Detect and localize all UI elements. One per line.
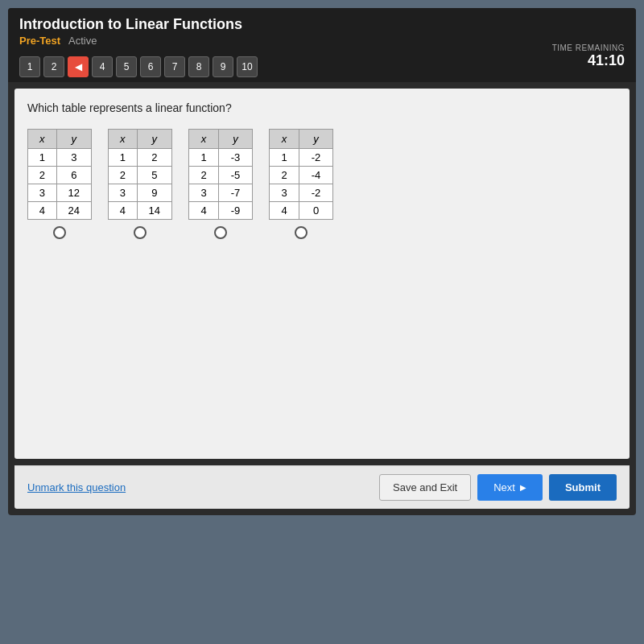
nav-btn-6[interactable]: 6 <box>140 56 161 77</box>
nav-btn-2[interactable]: 2 <box>43 56 64 77</box>
submit-button[interactable]: Submit <box>549 474 617 501</box>
nav-btn-10[interactable]: 10 <box>237 56 258 77</box>
table-row: 4-9 <box>189 202 253 220</box>
radio-d[interactable] <box>295 226 308 239</box>
table-b-header-x: x <box>109 130 138 149</box>
status-badge: Active <box>68 35 97 47</box>
table-d: x y 1-2 2-4 3-2 40 <box>269 129 333 220</box>
nav-btn-9[interactable]: 9 <box>213 56 233 77</box>
table-option-c: x y 1-3 2-5 3-7 4-9 <box>188 129 253 239</box>
tables-row: x y 13 26 312 424 <box>27 129 617 239</box>
table-option-b: x y 12 25 39 414 <box>108 129 172 239</box>
pre-test-label: Pre-Test <box>19 35 60 47</box>
table-row: 2-4 <box>270 167 333 184</box>
table-d-header-y: y <box>299 130 333 149</box>
save-exit-button[interactable]: Save and Exit <box>379 474 471 501</box>
table-option-d: x y 1-2 2-4 3-2 40 <box>269 129 333 239</box>
next-button[interactable]: Next <box>477 474 543 501</box>
table-d-header-x: x <box>270 130 299 149</box>
table-row: 312 <box>28 184 92 202</box>
radio-a[interactable] <box>53 226 66 239</box>
main-content: Which table represents a linear function… <box>14 89 630 459</box>
nav-btn-8[interactable]: 8 <box>188 56 209 77</box>
table-c-header-x: x <box>189 130 219 149</box>
table-row: 2-5 <box>189 167 253 184</box>
nav-btn-1[interactable]: 1 <box>19 56 40 77</box>
bottom-bar: Unmark this question Save and Exit Next … <box>14 465 630 509</box>
table-row: 26 <box>28 167 92 184</box>
table-row: 40 <box>270 202 333 220</box>
table-c: x y 1-3 2-5 3-7 4-9 <box>188 129 253 220</box>
question-nav: 1 2 ◀ 4 5 6 7 8 9 10 <box>19 56 258 77</box>
page-title: Introduction to Linear Functions <box>19 16 625 33</box>
question-text: Which table represents a linear function… <box>27 101 617 114</box>
table-row: 1-2 <box>270 149 333 167</box>
table-a-header-x: x <box>28 130 57 149</box>
header: Introduction to Linear Functions Pre-Tes… <box>8 8 636 82</box>
table-row: 414 <box>109 202 172 220</box>
nav-btn-5[interactable]: 5 <box>116 56 137 77</box>
table-option-a: x y 13 26 312 424 <box>27 129 92 239</box>
table-b: x y 12 25 39 414 <box>108 129 172 220</box>
table-row: 3-2 <box>270 184 333 202</box>
timer-value: 41:10 <box>552 52 625 69</box>
table-row: 13 <box>28 149 92 167</box>
table-a: x y 13 26 312 424 <box>27 129 92 220</box>
bottom-buttons: Save and Exit Next Submit <box>379 474 617 501</box>
table-row: 3-7 <box>189 184 253 202</box>
nav-btn-7[interactable]: 7 <box>164 56 185 77</box>
radio-b[interactable] <box>134 226 147 239</box>
table-row: 25 <box>109 167 172 184</box>
table-row: 424 <box>28 202 92 220</box>
table-row: 12 <box>109 149 172 167</box>
table-a-header-y: y <box>56 130 92 149</box>
table-b-header-y: y <box>137 130 172 149</box>
nav-btn-4[interactable]: 4 <box>92 56 113 77</box>
timer-label: TIME REMAINING <box>552 43 625 52</box>
unmark-link[interactable]: Unmark this question <box>27 481 126 493</box>
table-row: 39 <box>109 184 172 202</box>
nav-btn-back[interactable]: ◀ <box>68 56 89 77</box>
timer-container: TIME REMAINING 41:10 <box>552 43 625 69</box>
radio-c[interactable] <box>214 226 227 239</box>
table-c-header-y: y <box>219 130 253 149</box>
table-row: 1-3 <box>189 149 253 167</box>
